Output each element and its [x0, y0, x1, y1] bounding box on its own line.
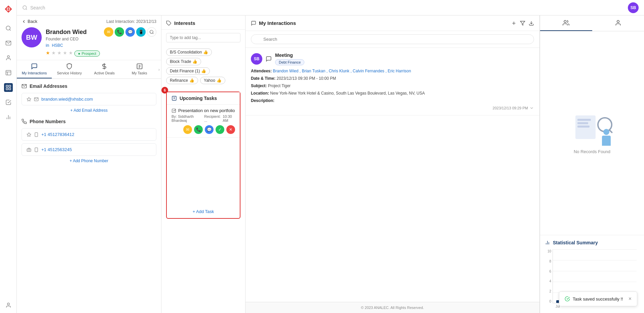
task-delete-btn[interactable]: ✕	[226, 125, 235, 134]
add-task-link[interactable]: + Add Task	[167, 205, 240, 218]
sidebar-item-reports[interactable]	[4, 113, 13, 121]
back-label: Back	[28, 19, 37, 24]
svg-rect-11	[6, 88, 8, 90]
toast-close-button[interactable]: ×	[629, 296, 632, 302]
tab-active-deals[interactable]: Active Deals	[87, 60, 122, 78]
phone-value-1: +1 4512563245	[41, 147, 72, 152]
sidebar-item-admin[interactable]	[4, 301, 13, 310]
topbar-avatar[interactable]: SB	[628, 2, 639, 13]
toast-message: Task saved successfully !!	[573, 297, 623, 302]
far-right-tab-person[interactable]	[592, 15, 644, 31]
tasks-icon	[172, 96, 177, 101]
far-right-tab-group[interactable]	[540, 15, 592, 31]
svg-rect-10	[9, 85, 10, 87]
task-chat-btn[interactable]: 💬	[205, 125, 214, 134]
svg-rect-28	[35, 133, 38, 137]
contact-title: Founder and CEO	[46, 37, 156, 41]
svg-point-44	[617, 21, 619, 23]
phone2-icon-btn[interactable]: 📱	[136, 27, 146, 37]
svg-rect-37	[172, 109, 176, 112]
sidebar-item-tasks[interactable]	[4, 98, 13, 107]
download-icon[interactable]	[529, 21, 534, 26]
left-panel: Back Last Interaction: 2023/12/13 BW Bra…	[17, 15, 161, 313]
sidebar-item-analytics[interactable]	[4, 68, 13, 77]
tag-refinance[interactable]: Refinance 👍	[166, 77, 198, 84]
add-email-link[interactable]: + Add Email Address	[22, 108, 156, 113]
group-icon	[563, 20, 569, 26]
tag-block-trade[interactable]: Block Trade 👍	[166, 58, 201, 65]
interaction-category: Debt Finance	[275, 59, 304, 65]
task-phone-btn[interactable]: 📞	[194, 125, 203, 134]
contact-company: HSBC	[52, 43, 63, 48]
svg-rect-31	[35, 148, 38, 152]
interests-title: Interests	[174, 20, 195, 26]
task-by: By: Siddharth Bhardwaj	[172, 114, 202, 123]
add-phone-link[interactable]: + Add Phone Number	[22, 159, 156, 163]
svg-point-17	[23, 6, 27, 9]
search-bar[interactable]: Search	[22, 5, 624, 10]
tag-bs-consolidation[interactable]: B/S Consolidation 👍	[166, 48, 212, 56]
star-2: ★	[51, 50, 56, 56]
star-1: ★	[46, 50, 50, 56]
footer-text: © 2023 ANALEC. All Rights Reserved.	[361, 306, 424, 310]
tag-yahoo[interactable]: Yahoo 👍	[200, 77, 225, 84]
phone-section-title: Phone Numbers	[30, 119, 66, 124]
interactions-search	[245, 31, 539, 48]
svg-point-16	[7, 303, 9, 305]
task-email-btn[interactable]: ✉	[183, 125, 192, 134]
task-complete-btn[interactable]: ✓	[216, 125, 224, 134]
interaction-chat-icon	[266, 56, 272, 62]
contact-action-icons: ✉ 📞 💬 📱	[104, 27, 156, 37]
thumbs-up-icon: 👍	[203, 50, 208, 55]
sidebar-item-crm[interactable]	[4, 83, 13, 92]
svg-point-18	[150, 30, 153, 33]
toast-success-icon	[565, 296, 570, 302]
tab-my-tasks[interactable]: My Tasks	[122, 60, 157, 78]
tab-service-history[interactable]: Service History	[52, 60, 87, 78]
svg-rect-30	[27, 149, 31, 151]
sidebar-item-search[interactable]	[4, 24, 13, 33]
phone-item-0[interactable]: +1 45127836412	[22, 128, 156, 141]
add-interaction-icon[interactable]	[511, 21, 517, 26]
no-records-text: No Records Found	[574, 149, 610, 154]
contact-name: Brandon Wied	[46, 29, 87, 36]
tag-input-wrapper	[166, 33, 240, 42]
sidebar-item-mail[interactable]	[4, 39, 13, 47]
svg-point-3	[6, 26, 10, 30]
sidebar-item-contacts[interactable]	[4, 54, 13, 62]
tag-input[interactable]	[166, 33, 240, 42]
email-icon-btn[interactable]: ✉	[104, 27, 113, 37]
interaction-datetime: Date & Time: 2023/12/13 09:30 PM - 10:00…	[251, 75, 534, 81]
interactions-search-input[interactable]	[251, 34, 534, 44]
far-right-panel: No Records Found Statistical Summary 10 …	[540, 15, 644, 313]
contact-search-btn[interactable]	[147, 27, 156, 37]
expand-icon[interactable]	[529, 106, 534, 110]
svg-rect-12	[9, 88, 10, 90]
back-button[interactable]: Back	[22, 19, 37, 24]
search-placeholder: Search	[30, 5, 45, 10]
task-item-0: Presentation on new portfolio By: Siddha…	[167, 105, 240, 138]
star-5: ★	[69, 50, 73, 56]
chat-icon-btn[interactable]: 💬	[125, 27, 135, 37]
interactions-icon	[251, 21, 256, 26]
upcoming-tasks-title: Upcoming Tasks	[180, 96, 217, 101]
thumbs-up-icon-4: 👍	[189, 78, 194, 83]
tabs-arrow[interactable]: ›	[157, 60, 161, 78]
tab-my-interactions[interactable]: My Interactions	[17, 60, 52, 78]
logo[interactable]	[3, 3, 14, 16]
checkbox-icon	[172, 108, 176, 113]
phone-value-0: +1 45127836412	[41, 132, 74, 137]
interests-section: Interests B/S Consolidation 👍 Block Trad…	[161, 15, 245, 87]
phone-item-1[interactable]: +1 4512563245	[22, 143, 156, 156]
upcoming-tasks-box: Upcoming Tasks Presentation on new portf…	[166, 92, 240, 219]
mail-icon	[34, 97, 39, 102]
filter-icon[interactable]	[520, 21, 525, 26]
task-actions: ✉ 📞 💬 ✓ ✕	[172, 125, 235, 134]
upcoming-tasks-header: Upcoming Tasks	[167, 92, 240, 105]
interaction-attendees: Attendees: Brandon Wied , Brian Tuskan ,…	[251, 68, 534, 74]
tag-debt-finance[interactable]: Debt Finance (1) 👍	[166, 67, 210, 75]
phone-icon-btn[interactable]: 📞	[115, 27, 124, 37]
interactions-actions	[511, 21, 534, 26]
email-section: Email Addresses brandon.wied@xhsbc.com +…	[22, 83, 156, 113]
email-item-0[interactable]: brandon.wied@xhsbc.com	[22, 93, 156, 105]
